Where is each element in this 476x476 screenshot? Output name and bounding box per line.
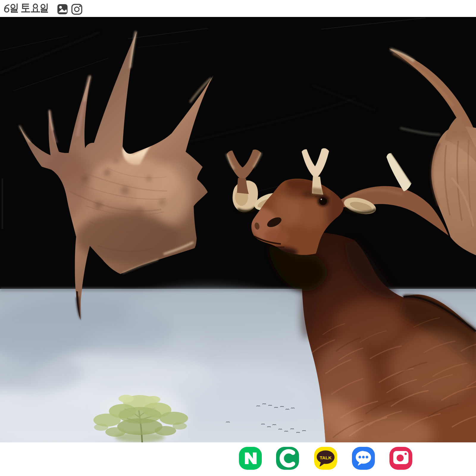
svg-text:TALK: TALK [320,455,332,460]
